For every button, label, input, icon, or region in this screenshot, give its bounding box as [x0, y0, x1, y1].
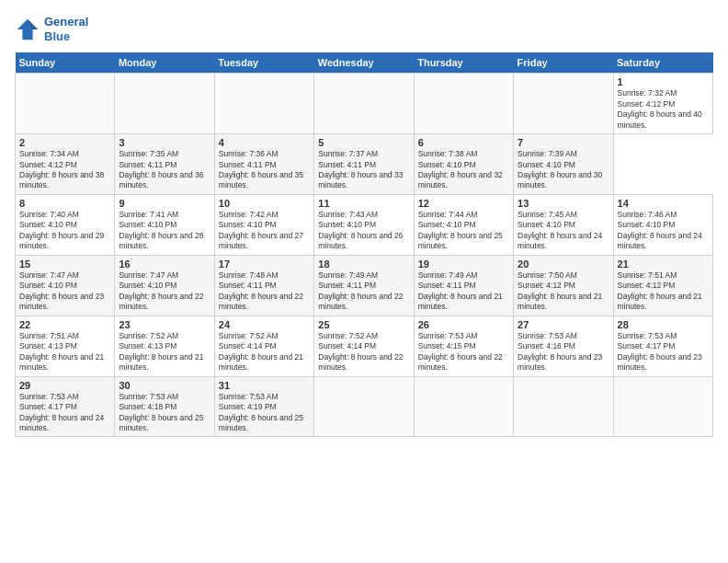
column-header-wednesday: Wednesday — [314, 52, 414, 74]
day-cell: 18Sunrise: 7:49 AMSunset: 4:11 PMDayligh… — [314, 255, 414, 316]
logo-icon — [15, 17, 40, 42]
day-cell: 29Sunrise: 7:53 AMSunset: 4:17 PMDayligh… — [16, 376, 115, 437]
day-cell: 9Sunrise: 7:41 AMSunset: 4:10 PMDaylight… — [115, 194, 214, 255]
day-cell: 13Sunrise: 7:45 AMSunset: 4:10 PMDayligh… — [514, 194, 613, 255]
calendar-week-row: 8Sunrise: 7:40 AMSunset: 4:10 PMDaylight… — [16, 194, 713, 255]
day-cell: 25Sunrise: 7:52 AMSunset: 4:14 PMDayligh… — [314, 316, 414, 376]
day-cell — [314, 376, 414, 437]
day-cell: 27Sunrise: 7:53 AMSunset: 4:16 PMDayligh… — [514, 316, 613, 376]
empty-cell — [115, 74, 214, 134]
empty-cell — [314, 74, 414, 134]
calendar-header-row: SundayMondayTuesdayWednesdayThursdayFrid… — [16, 52, 713, 74]
day-cell: 7Sunrise: 7:39 AMSunset: 4:10 PMDaylight… — [514, 134, 613, 195]
day-cell: 3Sunrise: 7:35 AMSunset: 4:11 PMDaylight… — [115, 134, 214, 195]
day-cell: 11Sunrise: 7:43 AMSunset: 4:10 PMDayligh… — [314, 194, 414, 255]
day-cell — [613, 376, 712, 437]
day-cell: 12Sunrise: 7:44 AMSunset: 4:10 PMDayligh… — [414, 194, 513, 255]
column-header-sunday: Sunday — [16, 52, 115, 74]
calendar-week-row: 29Sunrise: 7:53 AMSunset: 4:17 PMDayligh… — [16, 376, 713, 437]
day-cell: 30Sunrise: 7:53 AMSunset: 4:18 PMDayligh… — [115, 376, 214, 437]
empty-cell — [414, 74, 513, 134]
day-cell — [514, 376, 613, 437]
page-container: General Blue SundayMondayTuesdayWednesda… — [0, 0, 728, 563]
day-cell: 5Sunrise: 7:37 AMSunset: 4:11 PMDaylight… — [314, 134, 414, 195]
day-cell: 19Sunrise: 7:49 AMSunset: 4:11 PMDayligh… — [414, 255, 513, 316]
empty-cell — [514, 74, 613, 134]
column-header-friday: Friday — [514, 52, 613, 74]
calendar-week-row: 1Sunrise: 7:32 AMSunset: 4:12 PMDaylight… — [16, 74, 713, 134]
day-cell: 24Sunrise: 7:52 AMSunset: 4:14 PMDayligh… — [214, 316, 313, 376]
day-cell: 4Sunrise: 7:36 AMSunset: 4:11 PMDaylight… — [214, 134, 313, 195]
logo: General Blue — [15, 15, 88, 43]
column-header-thursday: Thursday — [414, 52, 513, 74]
day-cell: 22Sunrise: 7:51 AMSunset: 4:13 PMDayligh… — [16, 316, 115, 376]
calendar-week-row: 2Sunrise: 7:34 AMSunset: 4:12 PMDaylight… — [16, 134, 713, 195]
day-cell: 2Sunrise: 7:34 AMSunset: 4:12 PMDaylight… — [16, 134, 115, 195]
day-cell: 28Sunrise: 7:53 AMSunset: 4:17 PMDayligh… — [613, 316, 712, 376]
day-cell: 14Sunrise: 7:46 AMSunset: 4:10 PMDayligh… — [613, 194, 712, 255]
day-cell: 17Sunrise: 7:48 AMSunset: 4:11 PMDayligh… — [214, 255, 313, 316]
day-cell: 8Sunrise: 7:40 AMSunset: 4:10 PMDaylight… — [16, 194, 115, 255]
calendar-week-row: 15Sunrise: 7:47 AMSunset: 4:10 PMDayligh… — [16, 255, 713, 316]
day-cell: 23Sunrise: 7:52 AMSunset: 4:13 PMDayligh… — [115, 316, 214, 376]
day-cell: 16Sunrise: 7:47 AMSunset: 4:10 PMDayligh… — [115, 255, 214, 316]
empty-cell — [214, 74, 313, 134]
header: General Blue — [15, 15, 713, 43]
calendar-week-row: 22Sunrise: 7:51 AMSunset: 4:13 PMDayligh… — [16, 316, 713, 376]
day-cell: 21Sunrise: 7:51 AMSunset: 4:12 PMDayligh… — [613, 255, 712, 316]
calendar-table: SundayMondayTuesdayWednesdayThursdayFrid… — [15, 52, 713, 437]
empty-cell — [16, 74, 115, 134]
day-cell: 6Sunrise: 7:38 AMSunset: 4:10 PMDaylight… — [414, 134, 513, 195]
day-cell: 10Sunrise: 7:42 AMSunset: 4:10 PMDayligh… — [214, 194, 313, 255]
day-cell: 20Sunrise: 7:50 AMSunset: 4:12 PMDayligh… — [514, 255, 613, 316]
column-header-tuesday: Tuesday — [214, 52, 313, 74]
day-cell — [414, 376, 513, 437]
column-header-monday: Monday — [115, 52, 214, 74]
logo-text: General Blue — [44, 15, 88, 43]
column-header-saturday: Saturday — [613, 52, 712, 74]
day-cell: 1Sunrise: 7:32 AMSunset: 4:12 PMDaylight… — [613, 74, 712, 134]
day-cell: 15Sunrise: 7:47 AMSunset: 4:10 PMDayligh… — [16, 255, 115, 316]
day-cell: 31Sunrise: 7:53 AMSunset: 4:19 PMDayligh… — [214, 376, 313, 437]
day-cell: 26Sunrise: 7:53 AMSunset: 4:15 PMDayligh… — [414, 316, 513, 376]
